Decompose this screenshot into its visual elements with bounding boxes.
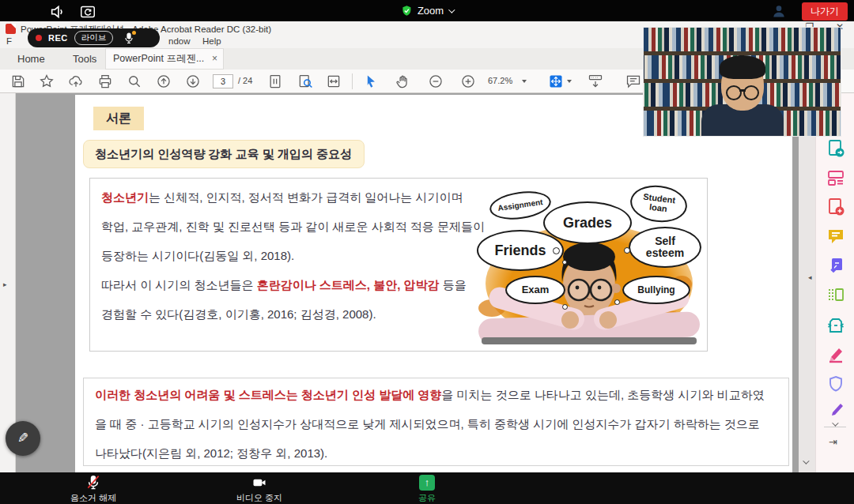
- body-text: 따라서 이 시기의 청소년들은: [101, 278, 257, 291]
- paragraph-line: 등장하는 시기이다(김동일 외, 2018).: [101, 241, 485, 270]
- menu-window-fragment[interactable]: ndow: [168, 36, 191, 46]
- compress-pdf-icon[interactable]: [826, 316, 845, 335]
- bubble-dot: [614, 299, 620, 305]
- organize-pages-icon[interactable]: [826, 285, 845, 304]
- select-tool-icon[interactable]: [363, 73, 379, 89]
- paragraph-line: 을 때 중 · 고등학교 시기의 인성지수가 상대적으로 낮게 제시되었으며, …: [95, 409, 765, 438]
- participants-icon[interactable]: [771, 3, 787, 18]
- comment-icon[interactable]: [625, 73, 641, 89]
- zoom-top-bar: Zoom 나가기: [0, 0, 854, 21]
- mic-muted-icon: [84, 475, 103, 491]
- share-screen-icon: ↑: [419, 475, 435, 491]
- live-badge: 라이브: [74, 31, 114, 45]
- open-left-panel-icon[interactable]: ▸: [3, 280, 7, 288]
- create-pdf-icon[interactable]: [826, 197, 845, 216]
- slide-bottom-box: 이러한 청소년의 어려움 및 스트레스는 청소년기 인성 발달에 영향을 미치는…: [83, 378, 789, 466]
- fit-page-icon[interactable]: [548, 73, 564, 89]
- star-icon[interactable]: [39, 73, 55, 89]
- zoom-out-icon[interactable]: [428, 73, 444, 89]
- paragraph-line: 학업, 교우관계, 진학 및 진로선택 등과 같이 새로운 사회적 적응 문제들…: [101, 212, 485, 241]
- share-upload-icon[interactable]: [68, 73, 84, 89]
- zoom-app-label: Zoom: [418, 5, 444, 17]
- tab-document[interactable]: PowerPoint 프레젠... ×: [105, 48, 224, 70]
- comment-tool-icon[interactable]: [826, 227, 845, 246]
- thought-bubble: Self esteem: [629, 227, 701, 268]
- share-label: 공유: [418, 492, 436, 504]
- menu-help[interactable]: Help: [202, 36, 221, 46]
- mic-icon: [124, 32, 134, 44]
- rail-divider: [824, 427, 846, 427]
- page-thumbnails-icon[interactable]: [267, 73, 283, 89]
- scroll-down-icon[interactable]: [803, 453, 807, 468]
- thought-bubble: Grades: [543, 201, 632, 244]
- switch-camera-icon[interactable]: [79, 3, 96, 18]
- mic-active-dot: [132, 31, 136, 35]
- thought-bubble: Bullying: [622, 276, 690, 304]
- annotate-button[interactable]: ✎: [6, 421, 40, 456]
- presenter-hair: [720, 55, 765, 79]
- page-number-input[interactable]: 3: [213, 74, 233, 88]
- previous-page-icon[interactable]: [156, 73, 172, 89]
- presenter-video-tile[interactable]: [644, 28, 841, 136]
- stop-video-button[interactable]: 비디오 중지: [228, 475, 291, 504]
- slide-heading: 서론: [93, 107, 144, 130]
- leave-meeting-button[interactable]: 나가기: [802, 2, 848, 21]
- hide-toolbar-icon[interactable]: [588, 73, 603, 89]
- thought-bubble: Exam: [505, 276, 565, 304]
- print-icon[interactable]: [97, 73, 113, 89]
- share-screen-button[interactable]: ↑ 공유: [408, 475, 446, 504]
- bubble-dot: [624, 247, 630, 254]
- vertical-scrollbar[interactable]: [799, 93, 815, 472]
- paragraph-line: 나타났다(지은림 외, 2012; 정창우 외, 2013).: [95, 438, 765, 468]
- body-text: 는 신체적, 인지적, 정서적 변화가 급격히 일어나는 시기이며: [149, 190, 463, 204]
- slide-paragraphs: 이러한 청소년의 어려움 및 스트레스는 청소년기 인성 발달에 영향을 미치는…: [95, 380, 765, 468]
- highlight-text: 이러한 청소년의 어려움 및 스트레스는 청소년기 인성 발달에 영향: [95, 388, 441, 401]
- page-width-icon[interactable]: [326, 73, 342, 89]
- tab-document-label: PowerPoint 프레젠...: [113, 53, 204, 64]
- zoom-in-icon[interactable]: [460, 73, 476, 89]
- hand-tool-icon[interactable]: [395, 73, 410, 89]
- volume-icon[interactable]: [49, 3, 66, 18]
- collapse-right-panel-icon[interactable]: ◂: [808, 273, 812, 281]
- page-total-label: / 24: [238, 76, 252, 85]
- save-icon[interactable]: [10, 73, 26, 89]
- rec-label: REC: [48, 33, 68, 43]
- protect-pdf-icon[interactable]: [826, 374, 845, 393]
- right-tools-rail: ◂: [815, 93, 854, 472]
- fit-page-dropdown-icon[interactable]: [567, 80, 572, 83]
- combine-files-icon[interactable]: [826, 256, 845, 275]
- next-page-icon[interactable]: [185, 73, 201, 89]
- pdf-page: 서론 청소년기의 인성역량 강화 교육 및 개입의 중요성 청소년기는 신체적,…: [75, 95, 792, 472]
- paragraph-line: 따라서 이 시기의 청소년들은 혼란감이나 스트레스, 불안, 압박감 등을: [101, 270, 485, 299]
- export-pdf-icon[interactable]: [826, 139, 845, 158]
- zoom-meeting-dropdown[interactable]: Zoom: [401, 0, 453, 21]
- slide-subtitle: 청소년기의 인성역량 강화 교육 및 개입의 중요성: [83, 140, 365, 168]
- left-panel-rail: ▸: [0, 93, 16, 472]
- edit-pdf-icon[interactable]: [826, 168, 845, 187]
- recording-indicator: REC 라이브: [28, 28, 160, 47]
- screen: Zoom 나가기 PowerPoint 프레젠테이션 - Adobe Acrob…: [0, 0, 854, 504]
- tab-home[interactable]: Home: [6, 48, 56, 70]
- unmute-button[interactable]: 음소거 해제: [62, 475, 125, 504]
- tab-close-icon[interactable]: ×: [212, 48, 217, 70]
- open-tools-panel-icon[interactable]: ⇥: [829, 436, 837, 448]
- highlight-tool-icon[interactable]: [826, 345, 845, 364]
- stress-illustration: Assignment Grades Student loan Friends S…: [474, 181, 705, 348]
- highlight-text: 청소년기: [101, 190, 149, 204]
- paragraph-line: 경험할 수 있다(김경호, 이기홍, 2016; 김성경, 2008).: [101, 299, 485, 329]
- tab-tools[interactable]: Tools: [62, 48, 108, 70]
- zoom-level-value[interactable]: 67.2%: [488, 76, 512, 85]
- bubble-dot: [562, 260, 567, 265]
- pencil-icon: ✎: [17, 421, 28, 456]
- highlight-text: 혼란감이나 스트레스, 불안, 압박감: [257, 278, 440, 291]
- body-text: 등을: [440, 278, 467, 291]
- toolbar-divider: [352, 73, 353, 89]
- slide-content-box: 청소년기는 신체적, 인지적, 정서적 변화가 급격히 일어나는 시기이며 학업…: [89, 178, 708, 352]
- find-icon[interactable]: [297, 73, 313, 89]
- fill-sign-chevron-icon[interactable]: [832, 416, 837, 430]
- search-icon[interactable]: [127, 73, 142, 89]
- bubble-dot: [562, 304, 568, 310]
- shield-check-icon: [401, 5, 413, 17]
- menu-file-fragment[interactable]: F: [6, 36, 12, 46]
- zoom-dropdown-icon[interactable]: [522, 80, 527, 83]
